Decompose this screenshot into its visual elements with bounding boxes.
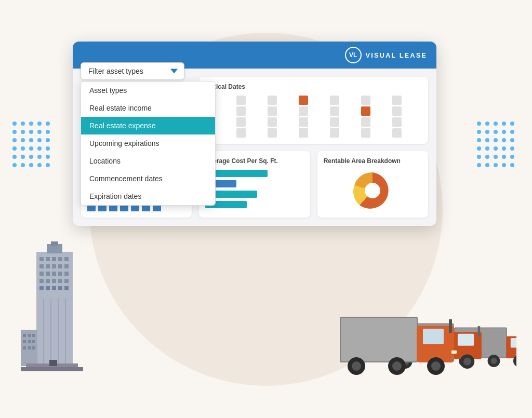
svg-rect-27 xyxy=(58,286,62,290)
svg-rect-10 xyxy=(46,264,50,268)
svg-rect-28 xyxy=(64,286,69,290)
cal-cell xyxy=(392,117,402,127)
svg-rect-3 xyxy=(51,241,58,246)
dropdown-item-upcoming-expirations[interactable]: Upcoming expirations xyxy=(81,134,215,152)
svg-rect-35 xyxy=(28,334,31,337)
svg-rect-18 xyxy=(64,272,69,276)
cal-cell xyxy=(268,117,277,127)
hbar-row-1 xyxy=(205,170,303,177)
dropdown-item-real-estate-income[interactable]: Real estate income xyxy=(81,99,215,117)
svg-rect-11 xyxy=(52,264,56,268)
pie-chart-container xyxy=(324,170,422,211)
svg-rect-22 xyxy=(58,279,62,283)
svg-rect-40 xyxy=(23,346,26,349)
bar-5 xyxy=(131,205,139,211)
cal-cell xyxy=(392,106,402,116)
cal-cell xyxy=(392,96,402,105)
svg-point-76 xyxy=(392,361,402,371)
svg-rect-38 xyxy=(28,340,31,343)
dropdown-item-expiration-dates[interactable]: Expiration dates xyxy=(81,187,215,205)
svg-rect-37 xyxy=(23,340,26,343)
cal-cell xyxy=(330,106,339,116)
svg-point-53 xyxy=(491,358,497,364)
chevron-down-icon xyxy=(170,69,178,74)
svg-rect-1 xyxy=(36,252,73,366)
filter-area: Filter asset types Asset types Real esta… xyxy=(81,62,216,206)
panel-critical-dates: Critical Dates xyxy=(199,77,428,144)
dropdown-item-locations[interactable]: Locations xyxy=(81,152,215,170)
hbar-row-4 xyxy=(205,201,303,208)
filter-button[interactable]: Filter asset types xyxy=(81,62,184,80)
pie-chart xyxy=(352,170,393,211)
svg-rect-60 xyxy=(458,334,474,346)
svg-rect-4 xyxy=(39,257,44,261)
svg-rect-15 xyxy=(46,272,50,276)
critical-dates-title: Critical Dates xyxy=(205,83,422,90)
svg-point-0 xyxy=(365,183,380,198)
vl-logo-text: VISUAL LEASE xyxy=(366,51,427,59)
calendar-grid xyxy=(205,96,422,138)
svg-rect-49 xyxy=(511,338,516,348)
svg-rect-80 xyxy=(451,357,454,359)
cal-cell-highlight xyxy=(299,96,308,105)
panel-rentable: Rentable Area Breakdown xyxy=(317,151,428,218)
trucks-illustration xyxy=(340,304,516,397)
vl-initials: VL xyxy=(349,51,357,59)
svg-rect-44 xyxy=(21,367,83,371)
cal-cell xyxy=(236,106,246,116)
svg-rect-12 xyxy=(58,264,62,268)
avg-cost-title: Average Cost Per Sq. Ft. xyxy=(205,157,303,165)
svg-rect-36 xyxy=(32,334,35,337)
svg-rect-67 xyxy=(478,326,481,336)
cal-cell xyxy=(330,117,339,127)
svg-rect-17 xyxy=(58,272,62,276)
cal-cell xyxy=(236,117,246,127)
svg-point-74 xyxy=(352,361,361,371)
panel-avg-cost: Average Cost Per Sq. Ft. xyxy=(199,151,310,218)
cal-cell xyxy=(299,128,308,138)
cal-cell xyxy=(361,96,370,105)
avg-cost-bar-chart xyxy=(205,170,303,208)
building-illustration xyxy=(21,241,88,376)
svg-rect-71 xyxy=(423,329,444,344)
svg-rect-72 xyxy=(451,350,457,354)
svg-point-66 xyxy=(463,358,471,366)
cal-cell-highlight xyxy=(361,106,370,116)
rentable-title: Rentable Area Breakdown xyxy=(324,157,422,165)
dropdown-item-real-estate-expense[interactable]: Real estate expense xyxy=(81,117,215,134)
svg-rect-16 xyxy=(52,272,56,276)
svg-point-78 xyxy=(431,361,441,371)
svg-rect-13 xyxy=(64,264,69,268)
filter-button-label: Filter asset types xyxy=(88,67,143,75)
svg-rect-34 xyxy=(23,334,26,337)
svg-rect-8 xyxy=(64,257,69,261)
cal-cell xyxy=(361,128,370,138)
svg-rect-26 xyxy=(52,286,56,290)
svg-rect-6 xyxy=(52,257,56,261)
dot-grid-right xyxy=(475,119,516,169)
svg-rect-23 xyxy=(64,279,69,283)
svg-rect-21 xyxy=(52,279,56,283)
vl-logo: VL VISUAL LEASE xyxy=(345,47,427,63)
vl-logo-circle: VL xyxy=(345,47,362,63)
svg-rect-45 xyxy=(49,360,57,366)
svg-rect-39 xyxy=(32,340,35,343)
svg-rect-25 xyxy=(46,286,50,290)
svg-rect-14 xyxy=(39,272,44,276)
svg-rect-24 xyxy=(39,286,44,290)
svg-rect-20 xyxy=(46,279,50,283)
svg-rect-9 xyxy=(39,264,44,268)
cal-cell xyxy=(268,128,277,138)
cal-cell xyxy=(392,128,402,138)
svg-rect-19 xyxy=(39,279,44,283)
dropdown-item-commencement-dates[interactable]: Commencement dates xyxy=(81,170,215,187)
cal-cell xyxy=(268,106,277,116)
cal-cell xyxy=(236,128,246,138)
cal-cell xyxy=(330,128,339,138)
dropdown-item-asset-types[interactable]: Asset types xyxy=(81,82,215,99)
svg-rect-69 xyxy=(341,318,417,361)
cal-cell xyxy=(361,117,370,127)
cal-cell xyxy=(268,96,277,105)
svg-rect-5 xyxy=(46,257,50,261)
svg-rect-7 xyxy=(58,257,62,261)
